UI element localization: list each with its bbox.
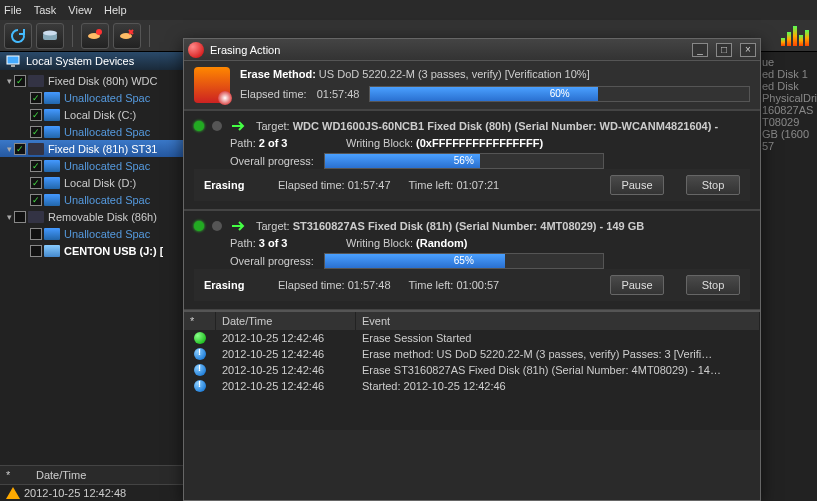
device-tree[interactable]: ▾✓Fixed Disk (80h) WDC✓Unallocated Spac✓… (0, 70, 191, 465)
tree-item[interactable]: ✓Unallocated Spac (0, 89, 191, 106)
pause-button[interactable]: Pause (610, 175, 664, 195)
checkbox[interactable]: ✓ (14, 143, 26, 155)
arrow-icon (230, 219, 248, 233)
checkbox[interactable]: ✓ (30, 194, 42, 206)
menu-help[interactable]: Help (104, 4, 127, 16)
drive-icon (44, 228, 60, 240)
info-icon (194, 364, 206, 376)
menu-task[interactable]: Task (34, 4, 57, 16)
warning-icon (6, 487, 20, 499)
drive-icon (44, 109, 60, 121)
play-icon (194, 332, 206, 344)
menu-view[interactable]: View (68, 4, 92, 16)
expand-icon[interactable]: ▾ (4, 212, 14, 222)
maximize-button[interactable]: □ (716, 43, 732, 57)
tree-label: Fixed Disk (81h) ST31 (48, 143, 157, 155)
log-event: Erase Session Started (356, 332, 760, 344)
log-event: Erase method: US DoD 5220.22-M (3 passes… (356, 348, 760, 360)
path-label: Path: 2 of 3 (230, 137, 330, 149)
drive-icon (28, 211, 44, 223)
log-col-event[interactable]: Event (356, 312, 760, 330)
log-datetime: 2012-10-25 12:42:46 (216, 332, 356, 344)
menu-file[interactable]: File (4, 4, 22, 16)
pause-button[interactable]: Pause (610, 275, 664, 295)
tree-item[interactable]: ✓Local Disk (D:) (0, 174, 191, 191)
property-line: ue (762, 56, 813, 68)
status-label: Erasing (204, 179, 260, 191)
log-datetime: 2012-10-25 12:42:46 (216, 380, 356, 392)
dialog-titlebar[interactable]: Erasing Action _ □ × (184, 39, 760, 61)
tree-item[interactable]: ▾Removable Disk (86h) (0, 208, 191, 225)
tree-item[interactable]: CENTON USB (J:) [ (0, 242, 191, 259)
dialog-log: * Date/Time Event 2012-10-25 12:42:46Era… (184, 310, 760, 430)
close-button[interactable]: × (740, 43, 756, 57)
checkbox[interactable]: ✓ (30, 177, 42, 189)
log-row[interactable]: 2012-10-25 12:42:46Erase ST3160827AS Fix… (184, 362, 760, 378)
svg-rect-5 (7, 56, 19, 64)
tree-label: Fixed Disk (80h) WDC (48, 75, 157, 87)
led-icon (194, 121, 204, 131)
log-row[interactable]: 2012-10-25 12:42:46Erase Session Started (184, 330, 760, 346)
checkbox[interactable] (14, 211, 26, 223)
drive-icon (44, 92, 60, 104)
checkbox[interactable]: ✓ (30, 126, 42, 138)
tree-label: Unallocated Spac (64, 194, 150, 206)
erasing-dialog: Erasing Action _ □ × Erase Method: US Do… (183, 38, 761, 501)
drive-icon (44, 177, 60, 189)
property-line: ed Disk (762, 80, 813, 92)
tree-item[interactable]: ✓Unallocated Spac (0, 157, 191, 174)
tree-label: CENTON USB (J:) [ (64, 245, 163, 257)
activity-icon (779, 24, 813, 48)
dialog-title: Erasing Action (210, 44, 684, 56)
tree-item[interactable]: ✓Local Disk (C:) (0, 106, 191, 123)
log-row[interactable]: 2012-10-25 12:42:46Started: 2012-10-25 1… (184, 378, 760, 394)
left-panel-title: Local System Devices (0, 52, 191, 70)
led-icon (212, 221, 222, 231)
checkbox[interactable]: ✓ (30, 92, 42, 104)
tree-label: Local Disk (C:) (64, 109, 136, 121)
expand-icon[interactable]: ▾ (4, 76, 14, 86)
overall-progress: 60% (369, 86, 750, 102)
info-icon (194, 348, 206, 360)
log-event: Erase ST3160827AS Fixed Disk (81h) (Seri… (356, 364, 760, 376)
target-elapsed: Elapsed time: 01:57:48 (278, 279, 391, 291)
drive-icon (28, 75, 44, 87)
tree-label: Local Disk (D:) (64, 177, 136, 189)
property-line: PhysicalDri (762, 92, 813, 104)
stop-button[interactable]: Stop (686, 275, 740, 295)
tree-item[interactable]: Unallocated Spac (0, 225, 191, 242)
stop-button[interactable]: Stop (686, 175, 740, 195)
refresh-icon[interactable] (4, 23, 32, 49)
status-label: Erasing (204, 279, 260, 291)
target-block: Target: WDC WD1600JS-60NCB1 Fixed Disk (… (184, 110, 760, 210)
log-datetime: 2012-10-25 12:42:46 (216, 364, 356, 376)
log-row[interactable]: 2012-10-25 12:42:46Erase method: US DoD … (184, 346, 760, 362)
checkbox[interactable]: ✓ (30, 109, 42, 121)
path-label: Path: 3 of 3 (230, 237, 330, 249)
info-icon (194, 380, 206, 392)
tree-item[interactable]: ✓Unallocated Spac (0, 123, 191, 140)
disk-icon[interactable] (36, 23, 64, 49)
checkbox[interactable]: ✓ (30, 160, 42, 172)
delete-disk-icon[interactable] (113, 23, 141, 49)
checkbox[interactable] (30, 245, 42, 257)
drive-icon (44, 126, 60, 138)
erase-icon (194, 67, 230, 103)
tree-item[interactable]: ▾✓Fixed Disk (80h) WDC (0, 72, 191, 89)
expand-icon[interactable]: ▾ (4, 144, 14, 154)
target-block: Target: ST3160827AS Fixed Disk (81h) (Se… (184, 210, 760, 310)
elapsed-value: 01:57:48 (317, 88, 360, 100)
tree-item[interactable]: ✓Unallocated Spac (0, 191, 191, 208)
checkbox[interactable] (30, 228, 42, 240)
tree-item[interactable]: ▾✓Fixed Disk (81h) ST31 (0, 140, 191, 157)
properties-panel: ueed Disk 1ed DiskPhysicalDri160827AST08… (757, 52, 817, 501)
log-col-datetime[interactable]: Date/Time (216, 312, 356, 330)
property-line: GB (1600 (762, 128, 813, 140)
log-col-star: * (6, 469, 36, 481)
writing-block: Writing Block: (Random) (346, 237, 467, 249)
checkbox[interactable]: ✓ (14, 75, 26, 87)
minimize-button[interactable]: _ (692, 43, 708, 57)
erase-disk-icon[interactable] (81, 23, 109, 49)
writing-block: Writing Block: (0xFFFFFFFFFFFFFFFF) (346, 137, 543, 149)
target-progress: 56% (324, 153, 604, 169)
